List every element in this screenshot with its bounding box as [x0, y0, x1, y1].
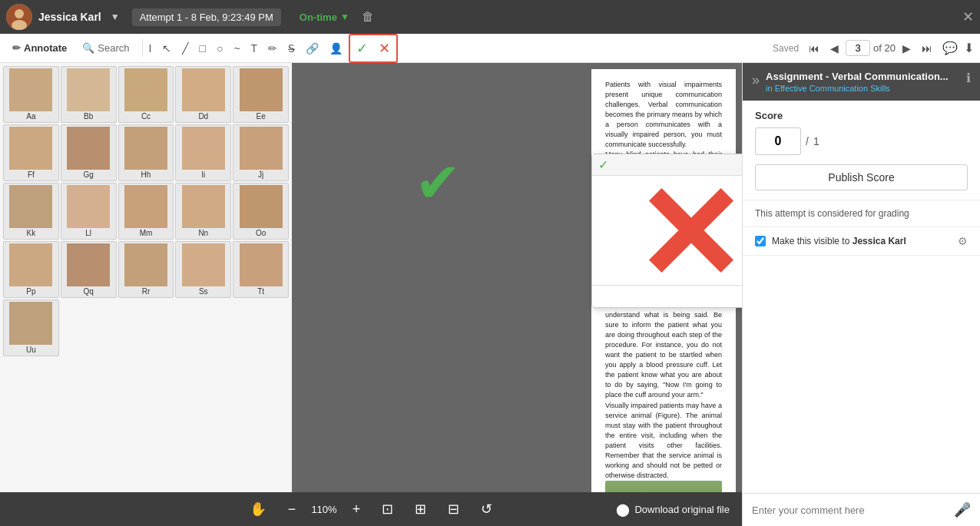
course-subtitle: in Effective Communication Skills	[766, 84, 960, 93]
sidebar-title-area: Assignment - Verbal Communication... in …	[766, 71, 960, 93]
visibility-label: Make this visible to Jessica Karl	[772, 236, 906, 246]
settings-icon[interactable]: ⚙	[958, 235, 968, 247]
sign-image-jj	[240, 127, 283, 170]
sign-image-aa	[9, 68, 52, 111]
x-mark-tool[interactable]: ✕	[374, 37, 395, 60]
visibility-checkbox[interactable]	[755, 236, 766, 246]
svg-point-1	[15, 9, 24, 18]
assignment-title: Assignment - Verbal Communication...	[766, 71, 960, 82]
highlight-tool[interactable]: ✏	[263, 39, 282, 58]
prev-page-button[interactable]: ◀	[826, 40, 843, 57]
link-tool[interactable]: 🔗	[301, 39, 323, 58]
list-item: Kk	[3, 183, 59, 240]
fit-page-button[interactable]: ⊡	[376, 498, 399, 521]
document-text-area[interactable]: ✔ ✓ 🗑 ↕ 💬 💬	[292, 63, 742, 492]
sign-image-oo	[240, 185, 283, 228]
score-input-row: / 1	[755, 127, 968, 155]
microphone-icon[interactable]: 🎤	[954, 501, 971, 518]
drawing-tools: I ↖ ╱ □ ○ ~ T ✏ S̶ 🔗 👤 ✓ ✕	[144, 34, 772, 63]
status-dropdown-icon[interactable]: ▼	[340, 12, 349, 22]
grid-view-button[interactable]: ⊞	[409, 498, 432, 521]
sign-image-cc	[124, 68, 167, 111]
document-viewer: Aa Bb Cc Dd Ee	[0, 63, 742, 526]
close-button[interactable]: ✕	[962, 8, 974, 25]
pointer-tool[interactable]: ↖	[157, 39, 176, 58]
list-item: Ff	[3, 124, 59, 181]
checkmark-group: ✓ ✕	[349, 34, 398, 63]
comment-toolbar-button[interactable]: 💬	[942, 41, 958, 55]
list-item: Ee	[233, 66, 289, 123]
score-section: Score / 1 Publish Score	[743, 101, 980, 200]
bottom-toolbar: ✋ − 110% + ⊡ ⊞ ⊟ ↺ ⬤ Download original f…	[0, 492, 742, 526]
check-mark-tool[interactable]: ✓	[352, 37, 372, 60]
page-number-input[interactable]	[846, 40, 870, 56]
dog-image	[605, 481, 722, 492]
annotate-button[interactable]: ✏ Annotate	[6, 39, 73, 57]
search-icon: 🔍	[82, 42, 94, 54]
pan-tool-button[interactable]: ✋	[243, 498, 273, 521]
rotate-button[interactable]: ↺	[475, 498, 498, 521]
list-item: Pp	[3, 241, 59, 298]
attempt-badge: Attempt 1 - 8 Feb, 9:23:49 PM	[132, 8, 281, 26]
sign-image-uu	[9, 302, 52, 345]
cursor-tool[interactable]: I	[144, 39, 157, 58]
user-dropdown-icon[interactable]: ▼	[111, 12, 120, 22]
score-max: 1	[813, 135, 819, 147]
search-button[interactable]: 🔍 Search	[76, 39, 135, 57]
user-name: Jessica Karl	[38, 11, 101, 23]
next-page-button[interactable]: ▶	[899, 40, 915, 57]
grading-notice: This attempt is considered for grading	[743, 200, 980, 227]
sign-image-bb	[67, 68, 110, 111]
download-icon: ⬤	[616, 502, 630, 517]
score-input[interactable]	[755, 127, 801, 155]
comment-input-area: 🎤	[743, 493, 980, 526]
visibility-row: Make this visible to Jessica Karl ⚙	[743, 227, 980, 256]
sign-image-ii	[182, 127, 225, 170]
list-item: Jj	[233, 124, 289, 181]
squiggle-tool[interactable]: ~	[229, 39, 244, 58]
info-icon[interactable]: ℹ	[966, 71, 971, 85]
green-checkmark-annotation[interactable]: ✔	[415, 155, 461, 210]
download-toolbar-button[interactable]: ⬇	[964, 41, 974, 55]
zoom-out-button[interactable]: −	[282, 498, 303, 521]
sign-image-ll	[67, 185, 110, 228]
thumbnail-button[interactable]: ⊟	[442, 498, 465, 521]
text-tool[interactable]: T	[247, 39, 263, 58]
comment-input[interactable]	[752, 504, 948, 516]
publish-score-button[interactable]: Publish Score	[755, 164, 968, 190]
toolbar-left: ✏ Annotate 🔍 Search	[6, 39, 143, 57]
page-navigation: ⏮ ◀ of 20 ▶ ⏭	[805, 40, 936, 57]
saved-indicator: Saved	[773, 43, 799, 54]
list-item: Tt	[233, 241, 289, 298]
list-item: Uu	[3, 299, 59, 356]
right-sidebar: » Assignment - Verbal Communication... i…	[742, 63, 980, 526]
sidebar-spacer	[743, 256, 980, 493]
ellipse-tool[interactable]: ○	[212, 39, 227, 58]
sign-image-pp	[9, 243, 52, 286]
page-total: of 20	[873, 42, 896, 54]
strikethrough-tool[interactable]: S̶	[283, 39, 300, 58]
sign-image-nn	[182, 185, 225, 228]
status-badge: On-time ▼	[300, 12, 349, 23]
popup-xmark-area	[592, 176, 742, 285]
annotation-popup: ✓ 🗑 ↕ 💬 💬	[591, 154, 742, 308]
list-item: Mm	[118, 183, 174, 240]
list-item: Qq	[61, 241, 117, 298]
sidebar-expand-button[interactable]: »	[752, 72, 760, 88]
zoom-in-button[interactable]: +	[346, 498, 367, 521]
header-bar: Jessica Karl ▼ Attempt 1 - 8 Feb, 9:23:4…	[0, 0, 980, 34]
list-item: Rr	[118, 241, 174, 298]
first-page-button[interactable]: ⏮	[805, 40, 823, 57]
popup-toolbar: ✓ 🗑 ↕ 💬	[592, 154, 742, 176]
delete-attempt-button[interactable]: 🗑	[362, 10, 374, 24]
stamp-tool[interactable]: 👤	[325, 39, 347, 58]
avatar	[6, 4, 32, 30]
doc-content-area: Aa Bb Cc Dd Ee	[0, 63, 742, 492]
line-tool[interactable]: ╱	[177, 39, 193, 58]
sign-language-panel: Aa Bb Cc Dd Ee	[0, 63, 292, 492]
download-original-link[interactable]: ⬤ Download original file	[616, 502, 730, 517]
rectangle-tool[interactable]: □	[194, 39, 210, 58]
score-label: Score	[755, 110, 968, 121]
list-item: Cc	[118, 66, 174, 123]
last-page-button[interactable]: ⏭	[918, 40, 936, 57]
